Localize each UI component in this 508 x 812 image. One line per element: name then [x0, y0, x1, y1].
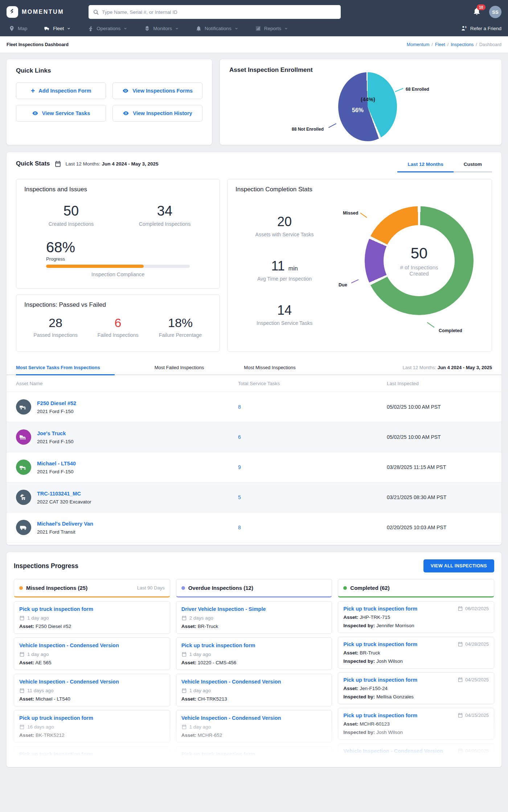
inspection-form-link[interactable]: Pick up truck inspection form — [343, 677, 417, 683]
asset-name-link[interactable]: Joe's Truck — [37, 431, 66, 436]
service-task-count-link[interactable]: 8 — [238, 525, 387, 530]
refer-label: Refer a Friend — [470, 26, 501, 31]
notifications-bell-button[interactable]: 10 — [472, 7, 481, 17]
inspection-form-link[interactable]: Pick up truck inspection form — [181, 751, 255, 757]
breadcrumb-fleet[interactable]: Fleet — [435, 42, 445, 47]
inspector-value: Josh Wilson — [376, 730, 403, 735]
chevron-down-icon — [175, 26, 179, 30]
overdue-column-header: Overdue Inspections (12) — [176, 579, 332, 597]
asset-name-link[interactable]: Michael - LT540 — [37, 461, 76, 466]
card-title: Inspections: Passed vs Failed — [24, 301, 212, 309]
eye-icon — [32, 110, 38, 117]
inspection-form-link[interactable]: Pick up truck inspection form — [19, 751, 93, 757]
table-row[interactable]: TRC-1103241_MC 2022 CAT 320 Excavator 5 … — [7, 482, 501, 513]
calendar-icon — [458, 713, 463, 718]
donut-center-label: # of Inspections Created — [390, 264, 448, 277]
asset-value: Jen-F150-24 — [360, 686, 388, 691]
inspection-form-link[interactable]: Vehicle Inspection - Condensed Version — [181, 679, 281, 685]
inspection-completion-stats-card: Inspection Completion Stats 20 Assets wi… — [227, 179, 492, 352]
tab-most-service-tasks[interactable]: Most Service Tasks From Inspections — [16, 360, 115, 375]
column-total-service-tasks: Total Service Tasks — [238, 381, 387, 386]
tab-last-12-months[interactable]: Last 12 Months — [397, 158, 453, 172]
asset-name-link[interactable]: TRC-1103241_MC — [37, 491, 81, 497]
asset-name-link[interactable]: Michael's Delivery Van — [37, 521, 93, 527]
map-pin-icon — [9, 25, 15, 32]
relative-time: 1 day ago — [189, 688, 211, 693]
tab-custom[interactable]: Custom — [454, 158, 492, 172]
asset-subtitle: 2021 Ford F-150 — [37, 409, 76, 414]
enrollment-title: Asset Inspection Enrollment — [229, 66, 492, 74]
enrolled-label: 68 Enrolled — [406, 87, 429, 92]
inspection-item: Pick up truck inspection form 16 days ag… — [14, 710, 170, 743]
inspection-item: Pick up truck inspection form 06/02/2025… — [338, 601, 494, 633]
plus-icon: + — [31, 87, 35, 94]
inspection-item: Driver Vehicle Inspection - Simple 2 day… — [176, 601, 332, 634]
top-navigation-bar: MOMENTUM 10 SS Map Fleet Operations — [0, 0, 508, 36]
column-title: Missed Inspections (25) — [26, 585, 87, 591]
failure-percentage-stat: 18% Failure Percentage — [149, 316, 212, 338]
global-search[interactable] — [89, 5, 341, 19]
inspection-form-link[interactable]: Pick up truck inspection form — [19, 606, 93, 612]
add-inspection-form-button[interactable]: + Add Inspection Form — [16, 82, 106, 99]
table-row[interactable]: Michael - LT540 2021 Ford F-150 9 03/28/… — [7, 452, 501, 482]
view-inspections-forms-button[interactable]: View Inspections Forms — [112, 82, 202, 99]
nav-item-notifications[interactable]: Notifications — [196, 25, 238, 32]
view-all-inspections-button[interactable]: VIEW ALL INSPECTIONS — [423, 559, 494, 572]
nav-item-monitors[interactable]: Monitors — [144, 25, 179, 32]
nav-item-label: Notifications — [205, 26, 232, 31]
nav-item-operations[interactable]: Operations — [87, 25, 127, 32]
calendar-icon — [181, 724, 187, 730]
inspection-form-link[interactable]: Pick up truck inspection form — [181, 642, 255, 648]
inspections-progress-title: Inspections Progress — [14, 562, 78, 570]
avg-time-per-inspection-stat: 11 min Avg Time per Inspection — [235, 258, 333, 282]
failed-inspections-stat: 6 Failed Inspections — [87, 316, 149, 338]
inspection-form-link[interactable]: Vehicle Inspection - Condensed Version — [19, 679, 119, 685]
inspection-form-link[interactable]: Pick up truck inspection form — [343, 641, 417, 647]
refer-a-friend-button[interactable]: $ Refer a Friend — [461, 25, 501, 32]
button-label: Add Inspection Form — [38, 88, 91, 94]
asset-value: MCHR-60123 — [360, 721, 390, 727]
not-enrolled-pct-label: 56% — [352, 107, 364, 114]
calendar-icon — [458, 641, 463, 647]
inspection-form-link[interactable]: Driver Vehicle Inspection - Simple — [181, 606, 266, 612]
table-row[interactable]: Joe's Truck 2021 Ford F-150 6 05/02/25 1… — [7, 422, 501, 452]
created-inspections-stat: 50 Created Inspections — [24, 203, 118, 227]
inspection-item: Pick up truck inspection form 1 day ago … — [176, 746, 332, 767]
inspection-item: Vehicle Inspection - Condensed Version 1… — [176, 674, 332, 706]
notification-count-badge: 10 — [477, 4, 486, 10]
asset-avatar — [16, 520, 31, 535]
table-row[interactable]: Michael's Delivery Van 2021 Ford Transit… — [7, 513, 501, 543]
inspection-item: Vehicle Inspection - Condensed Version 1… — [14, 674, 170, 706]
nav-item-reports[interactable]: Reports — [255, 25, 288, 32]
inspection-form-link[interactable]: Pick up truck inspection form — [19, 715, 93, 721]
inspection-form-link[interactable]: Vehicle Inspection - Condensed Version — [343, 748, 443, 754]
inspection-form-link[interactable]: Pick up truck inspection form — [343, 606, 417, 612]
relative-time: 1 day ago — [27, 652, 49, 657]
calendar-icon — [181, 688, 187, 693]
tab-most-failed[interactable]: Most Failed Inspections — [155, 360, 204, 375]
service-task-count-link[interactable]: 6 — [238, 434, 387, 440]
service-task-count-link[interactable]: 9 — [238, 464, 387, 470]
breadcrumb-momentum[interactable]: Momentum — [407, 42, 430, 47]
relative-time: 28 days ago — [27, 760, 54, 766]
view-service-tasks-button[interactable]: View Service Tasks — [16, 105, 106, 122]
inspection-form-link[interactable]: Pick up truck inspection form — [343, 713, 417, 718]
svg-text:$: $ — [465, 26, 466, 29]
search-input[interactable] — [102, 9, 336, 15]
user-avatar[interactable]: SS — [489, 6, 501, 18]
service-task-count-link[interactable]: 5 — [238, 494, 387, 500]
tab-most-missed[interactable]: Most Missed Inspections — [244, 360, 295, 375]
asset-value: Michael - LT540 — [36, 696, 70, 702]
brand-logo[interactable]: MOMENTUM — [7, 6, 89, 18]
inspection-form-link[interactable]: Vehicle Inspection - Condensed Version — [19, 642, 119, 648]
table-row[interactable]: F250 Diesel #52 2021 Ford F-150 8 05/02/… — [7, 392, 501, 422]
inspection-form-link[interactable]: Vehicle Inspection - Condensed Version — [181, 715, 281, 721]
view-inspection-history-button[interactable]: View Inspection History — [112, 105, 202, 122]
nav-item-map[interactable]: Map — [9, 25, 27, 32]
service-task-count-link[interactable]: 8 — [238, 404, 387, 410]
breadcrumb-inspections[interactable]: Inspections — [451, 42, 474, 47]
nav-item-fleet[interactable]: Fleet — [44, 25, 71, 32]
asset-name-link[interactable]: F250 Diesel #52 — [37, 400, 76, 406]
button-label: View Inspection History — [133, 110, 192, 116]
completed-leader-line — [427, 322, 435, 327]
